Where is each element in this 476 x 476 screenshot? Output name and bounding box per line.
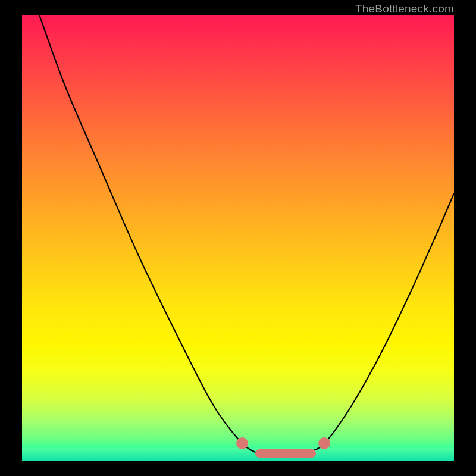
optimal-zone-band — [22, 448, 454, 461]
marker-right — [318, 437, 330, 449]
chart-frame: TheBottleneck.com — [0, 0, 476, 476]
plot-area — [22, 15, 454, 461]
optimal-range-bar — [255, 449, 316, 458]
gradient-background — [22, 15, 454, 461]
watermark-text: TheBottleneck.com — [355, 2, 454, 15]
marker-left — [236, 437, 248, 449]
